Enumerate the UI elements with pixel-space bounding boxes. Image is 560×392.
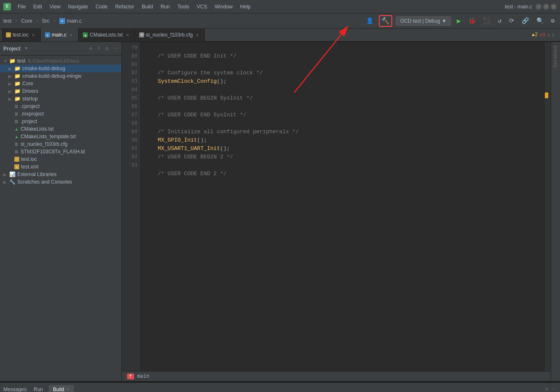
menu-bar: File Edit View Navigate Code Refactor Bu…: [14, 3, 505, 11]
hammer-button[interactable]: 🔨: [379, 15, 392, 27]
search-button[interactable]: 🔍: [534, 16, 546, 26]
tree-drivers[interactable]: ▶ 📁 Drivers: [0, 87, 122, 95]
menu-file[interactable]: File: [14, 3, 29, 11]
tab-build-build[interactable]: Build ✕: [49, 385, 74, 392]
reload-button[interactable]: ↺: [496, 16, 503, 26]
database-panel[interactable]: Database: [551, 42, 560, 381]
expand-icon[interactable]: ∧: [547, 32, 550, 38]
tree-project[interactable]: ▶ 🗎 .project: [0, 118, 122, 125]
bottom-panel: Messages: Run Build ✕ ⚙ — ▲ ↑ ↓ ≡ ⤓ ⤒ 🖨: [0, 383, 560, 392]
code-content[interactable]: 79 80 81 82 83 84 85 86 87 88 89 90 91 9…: [122, 42, 551, 371]
menu-build[interactable]: Build: [138, 3, 156, 11]
ocd-dropdown-icon: ▼: [442, 18, 447, 24]
tab-nucleo-cfg[interactable]: ⚙ st_nucleo_f103rb.cfg ✕: [135, 28, 205, 42]
cmake-tab-icon: ▲: [83, 32, 88, 37]
menu-view[interactable]: View: [46, 3, 64, 11]
tab-close-main[interactable]: ✕: [68, 32, 74, 38]
project-title: Project: [3, 46, 21, 52]
maximize-button[interactable]: □: [543, 4, 549, 10]
title-bar: C File Edit View Navigate Code Refactor …: [0, 0, 560, 13]
database-label[interactable]: Database: [551, 42, 560, 71]
warnings-badge: ▲2 ✗9 ∧ ∨: [532, 32, 560, 38]
tree-st-nucleo[interactable]: ▶ 🗎 st_nucleo_f103rb.cfg: [0, 140, 122, 148]
proj-settings-btn[interactable]: ⚙: [104, 45, 110, 53]
menu-help[interactable]: Help: [237, 3, 254, 11]
menu-edit[interactable]: Edit: [30, 3, 45, 11]
c-tab-icon: c: [45, 32, 50, 37]
proj-locate-btn[interactable]: ⊕: [87, 45, 94, 53]
tab-bar: i test.ioc ✕ c main.c ✕ ▲ CMakeLists.txt…: [0, 29, 560, 42]
window-title: test - main.c: [505, 4, 532, 10]
tree-scratches[interactable]: ▶ 🔧 Scratches and Consoles: [0, 178, 122, 186]
code-text[interactable]: /* USER CODE END Init */ /* Configure th…: [140, 42, 545, 371]
error-count: ✗9: [539, 32, 545, 38]
collapse-icon[interactable]: ∨: [552, 32, 555, 38]
tree-external-libs[interactable]: ▶ 📊 External Libraries: [0, 171, 122, 178]
bottom-tab-actions: ⚙ —: [544, 385, 557, 392]
menu-run[interactable]: Run: [157, 3, 173, 11]
breadcrumb-core[interactable]: Core: [21, 18, 32, 24]
ocd-debug-button[interactable]: OCD test | Debug ▼: [396, 16, 451, 26]
tab-test-ioc[interactable]: i test.ioc ✕: [2, 28, 41, 42]
warning-count: ▲2: [532, 32, 538, 38]
close-button[interactable]: ✕: [551, 4, 557, 10]
tree-cmakelists-template[interactable]: ▶ ▲ CMakeLists_template.txt: [0, 133, 122, 140]
tree-cmake-build-debug[interactable]: ▶ 📁 cmake-build-debug: [0, 65, 122, 72]
nav-bar: test › Core › Src › c main.c 👤 🔨 OCD tes…: [0, 13, 560, 29]
menu-window[interactable]: Window: [211, 3, 236, 11]
tree-flash-ld[interactable]: ▶ 🗎 STM32F103C8Tx_FLASH.ld: [0, 148, 122, 155]
code-scrollbar[interactable]: [545, 42, 551, 371]
code-editor: 79 80 81 82 83 84 85 86 87 88 89 90 91 9…: [122, 42, 551, 381]
tab-close-cfg[interactable]: ✕: [194, 32, 200, 38]
minimize-panel-icon[interactable]: —: [551, 385, 557, 392]
tab-close-cmake[interactable]: ✕: [124, 32, 130, 38]
tree-root[interactable]: ▼ 📁 test E:\Clion\Porject\LED\test: [0, 57, 122, 65]
profile-button[interactable]: ⟳: [507, 16, 516, 26]
tree-cmake-build-mingw[interactable]: ▶ 📁 cmake-build-debug-mingw: [0, 72, 122, 80]
tab-build-run[interactable]: Run: [29, 385, 47, 392]
menu-code[interactable]: Code: [92, 3, 111, 11]
tab-cmakelists[interactable]: ▲ CMakeLists.txt ✕: [79, 28, 135, 42]
tab-main-c[interactable]: c main.c ✕: [41, 28, 79, 42]
editor-area: 79 80 81 82 83 84 85 86 87 88 89 90 91 9…: [122, 42, 551, 381]
attach-button[interactable]: 🔗: [520, 16, 531, 26]
run-button[interactable]: ▶: [454, 16, 463, 26]
tree-test-xml[interactable]: ▶ x test.xml: [0, 163, 122, 171]
tab-close-ioc[interactable]: ✕: [30, 32, 36, 38]
app-icon: C: [3, 3, 11, 11]
build-tab-close[interactable]: ✕: [66, 387, 70, 392]
ocd-label: OCD test | Debug: [400, 18, 440, 24]
proj-collapse-btn[interactable]: ≡: [95, 45, 102, 53]
project-tree: ▼ 📁 test E:\Clion\Porject\LED\test ▶ 📁 c…: [0, 55, 122, 381]
account-icon[interactable]: 👤: [364, 16, 375, 26]
settings-icon[interactable]: ⚙: [544, 385, 549, 392]
settings-button[interactable]: ⚙: [549, 16, 557, 26]
debug-button[interactable]: 🐞: [466, 16, 478, 26]
nav-right: 👤 🔨 OCD test | Debug ▼ ▶ 🐞 ⬛ ↺ ⟳ 🔗 🔍 ⚙: [364, 15, 557, 27]
window-controls: — □ ✕: [536, 4, 557, 10]
bottom-tabs: Messages: Run Build ✕ ⚙ —: [0, 383, 560, 392]
menu-vcs[interactable]: VCS: [193, 3, 211, 11]
tree-mxproject[interactable]: ▶ 🗎 .mxproject: [0, 110, 122, 118]
cfg-tab-icon: ⚙: [139, 32, 144, 37]
line-numbers: 79 80 81 82 83 84 85 86 87 88 89 90 91 9…: [122, 42, 140, 371]
menu-navigate[interactable]: Navigate: [65, 3, 91, 11]
project-header: Project ▼ ⊕ ≡ ⚙ —: [0, 42, 122, 55]
breadcrumb-src[interactable]: Src: [42, 18, 50, 24]
tree-core[interactable]: ▶ 📁 Core: [0, 80, 122, 87]
function-name: main: [137, 374, 150, 379]
proj-gear-btn[interactable]: —: [112, 45, 118, 53]
function-indicator: f: [127, 374, 134, 379]
tree-test-ioc[interactable]: ▶ i test.ioc: [0, 155, 122, 163]
menu-refactor[interactable]: Refactor: [112, 3, 137, 11]
breadcrumb-file[interactable]: c main.c: [59, 18, 82, 24]
tree-startup[interactable]: ▶ 📁 startup: [0, 95, 122, 103]
breadcrumb-test[interactable]: test: [3, 18, 11, 24]
minimize-button[interactable]: —: [536, 4, 542, 10]
main-layout: Project ▼ ⊕ ≡ ⚙ — ▼ 📁 test E:\Clion\Porj…: [0, 42, 560, 381]
tree-cmakelists[interactable]: ▶ ▲ CMakeLists.txt: [0, 125, 122, 133]
tree-cproject[interactable]: ▶ 🗎 .cproject: [0, 103, 122, 110]
menu-tools[interactable]: Tools: [174, 3, 193, 11]
ioc-tab-icon: i: [6, 32, 11, 37]
stop-button[interactable]: ⬛: [481, 16, 492, 26]
